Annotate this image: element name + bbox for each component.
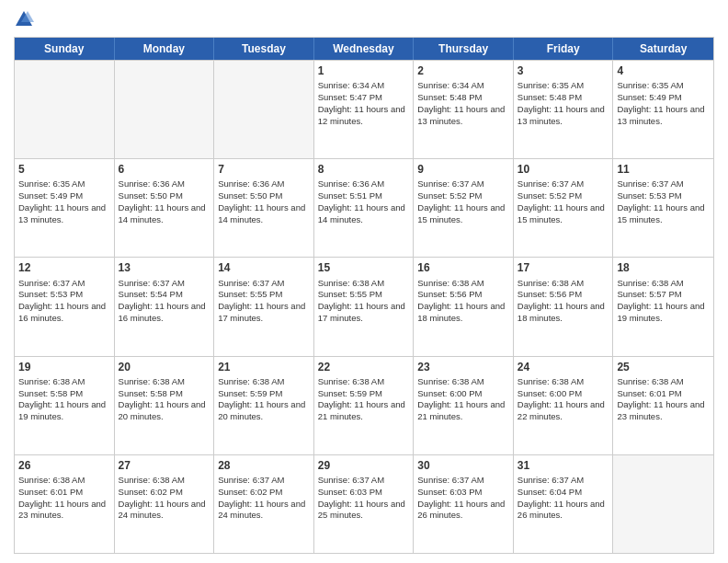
day-info: Sunrise: 6:38 AM Sunset: 5:59 PM Dayligh… [218, 376, 305, 421]
day-number: 20 [119, 360, 210, 374]
day-info: Sunrise: 6:37 AM Sunset: 5:55 PM Dayligh… [218, 278, 305, 323]
day-info: Sunrise: 6:38 AM Sunset: 5:59 PM Dayligh… [318, 376, 405, 421]
cal-cell: 2Sunrise: 6:34 AM Sunset: 5:48 PM Daylig… [414, 61, 514, 158]
cal-cell: 6Sunrise: 6:36 AM Sunset: 5:50 PM Daylig… [115, 159, 215, 257]
cal-cell: 17Sunrise: 6:38 AM Sunset: 5:56 PM Dayli… [514, 258, 614, 355]
calendar-body: 1Sunrise: 6:34 AM Sunset: 5:47 PM Daylig… [15, 60, 713, 553]
weekday-header-thursday: Thursday [414, 38, 514, 60]
cal-cell: 21Sunrise: 6:38 AM Sunset: 5:59 PM Dayli… [214, 357, 314, 454]
cal-cell: 24Sunrise: 6:38 AM Sunset: 6:00 PM Dayli… [514, 357, 614, 454]
logo-icon [14, 9, 34, 29]
day-info: Sunrise: 6:38 AM Sunset: 5:58 PM Dayligh… [119, 376, 206, 421]
day-info: Sunrise: 6:38 AM Sunset: 6:01 PM Dayligh… [18, 475, 106, 520]
day-number: 17 [518, 260, 609, 275]
day-info: Sunrise: 6:38 AM Sunset: 5:56 PM Dayligh… [417, 278, 505, 323]
day-number: 19 [18, 360, 110, 374]
page: SundayMondayTuesdayWednesdayThursdayFrid… [0, 0, 728, 563]
day-info: Sunrise: 6:35 AM Sunset: 5:49 PM Dayligh… [617, 80, 704, 125]
day-info: Sunrise: 6:38 AM Sunset: 6:01 PM Dayligh… [617, 376, 704, 421]
day-info: Sunrise: 6:34 AM Sunset: 5:47 PM Dayligh… [318, 80, 405, 125]
cal-cell [115, 61, 215, 158]
day-number: 8 [318, 162, 410, 177]
cal-cell: 23Sunrise: 6:38 AM Sunset: 6:00 PM Dayli… [414, 357, 514, 454]
cal-cell [613, 455, 713, 553]
day-number: 4 [617, 63, 710, 78]
cal-row-3: 19Sunrise: 6:38 AM Sunset: 5:58 PM Dayli… [15, 356, 713, 454]
cal-cell: 30Sunrise: 6:37 AM Sunset: 6:03 PM Dayli… [414, 455, 514, 553]
weekday-header-tuesday: Tuesday [214, 38, 314, 60]
cal-cell: 16Sunrise: 6:38 AM Sunset: 5:56 PM Dayli… [414, 258, 514, 355]
cal-cell: 31Sunrise: 6:37 AM Sunset: 6:04 PM Dayli… [514, 455, 614, 553]
day-number: 9 [417, 162, 509, 177]
day-number: 31 [518, 458, 609, 473]
day-info: Sunrise: 6:38 AM Sunset: 5:57 PM Dayligh… [617, 278, 704, 323]
day-number: 16 [417, 260, 509, 275]
day-info: Sunrise: 6:37 AM Sunset: 5:53 PM Dayligh… [617, 178, 704, 224]
day-number: 15 [318, 260, 410, 275]
weekday-header-wednesday: Wednesday [314, 38, 415, 60]
day-info: Sunrise: 6:37 AM Sunset: 5:54 PM Dayligh… [119, 278, 206, 323]
day-number: 30 [417, 458, 509, 473]
cal-cell: 12Sunrise: 6:37 AM Sunset: 5:53 PM Dayli… [15, 258, 115, 355]
cal-cell: 18Sunrise: 6:38 AM Sunset: 5:57 PM Dayli… [613, 258, 713, 355]
day-info: Sunrise: 6:36 AM Sunset: 5:50 PM Dayligh… [218, 178, 305, 224]
weekday-header-sunday: Sunday [15, 38, 115, 60]
day-number: 27 [119, 458, 210, 473]
day-number: 21 [218, 360, 310, 374]
day-number: 11 [617, 162, 710, 177]
cal-row-0: 1Sunrise: 6:34 AM Sunset: 5:47 PM Daylig… [15, 60, 713, 158]
day-info: Sunrise: 6:38 AM Sunset: 6:02 PM Dayligh… [119, 475, 206, 520]
cal-row-4: 26Sunrise: 6:38 AM Sunset: 6:01 PM Dayli… [15, 454, 713, 553]
cal-cell: 27Sunrise: 6:38 AM Sunset: 6:02 PM Dayli… [115, 455, 215, 553]
day-info: Sunrise: 6:38 AM Sunset: 5:58 PM Dayligh… [18, 376, 106, 421]
logo [14, 9, 38, 29]
cal-row-2: 12Sunrise: 6:37 AM Sunset: 5:53 PM Dayli… [15, 257, 713, 355]
cal-cell: 22Sunrise: 6:38 AM Sunset: 5:59 PM Dayli… [314, 357, 415, 454]
cal-cell: 9Sunrise: 6:37 AM Sunset: 5:52 PM Daylig… [414, 159, 514, 257]
weekday-header-monday: Monday [115, 38, 215, 60]
day-number: 10 [518, 162, 609, 177]
weekday-header-saturday: Saturday [613, 38, 713, 60]
day-number: 14 [218, 260, 310, 275]
cal-cell: 5Sunrise: 6:35 AM Sunset: 5:49 PM Daylig… [15, 159, 115, 257]
cal-cell: 28Sunrise: 6:37 AM Sunset: 6:02 PM Dayli… [214, 455, 314, 553]
day-info: Sunrise: 6:37 AM Sunset: 6:03 PM Dayligh… [417, 475, 505, 520]
cal-cell: 15Sunrise: 6:38 AM Sunset: 5:55 PM Dayli… [314, 258, 415, 355]
cal-cell: 13Sunrise: 6:37 AM Sunset: 5:54 PM Dayli… [115, 258, 215, 355]
day-number: 24 [518, 360, 609, 374]
day-number: 23 [417, 360, 509, 374]
day-info: Sunrise: 6:36 AM Sunset: 5:51 PM Dayligh… [318, 178, 405, 224]
day-number: 7 [218, 162, 310, 177]
day-info: Sunrise: 6:35 AM Sunset: 5:48 PM Dayligh… [518, 80, 605, 125]
day-info: Sunrise: 6:38 AM Sunset: 5:56 PM Dayligh… [518, 278, 605, 323]
day-number: 13 [119, 260, 210, 275]
cal-cell: 3Sunrise: 6:35 AM Sunset: 5:48 PM Daylig… [514, 61, 614, 158]
cal-row-1: 5Sunrise: 6:35 AM Sunset: 5:49 PM Daylig… [15, 158, 713, 257]
day-number: 22 [318, 360, 410, 374]
day-number: 25 [617, 360, 710, 374]
day-info: Sunrise: 6:38 AM Sunset: 6:00 PM Dayligh… [417, 376, 505, 421]
cal-cell: 14Sunrise: 6:37 AM Sunset: 5:55 PM Dayli… [214, 258, 314, 355]
day-number: 2 [417, 63, 509, 78]
day-info: Sunrise: 6:35 AM Sunset: 5:49 PM Dayligh… [18, 178, 106, 224]
day-info: Sunrise: 6:36 AM Sunset: 5:50 PM Dayligh… [119, 178, 206, 224]
cal-cell: 20Sunrise: 6:38 AM Sunset: 5:58 PM Dayli… [115, 357, 215, 454]
day-info: Sunrise: 6:37 AM Sunset: 6:04 PM Dayligh… [518, 475, 605, 520]
day-number: 5 [18, 162, 110, 177]
day-info: Sunrise: 6:38 AM Sunset: 6:00 PM Dayligh… [518, 376, 605, 421]
cal-cell: 19Sunrise: 6:38 AM Sunset: 5:58 PM Dayli… [15, 357, 115, 454]
day-info: Sunrise: 6:37 AM Sunset: 5:53 PM Dayligh… [18, 278, 106, 323]
day-info: Sunrise: 6:37 AM Sunset: 5:52 PM Dayligh… [417, 178, 505, 224]
calendar: SundayMondayTuesdayWednesdayThursdayFrid… [14, 37, 714, 554]
day-info: Sunrise: 6:34 AM Sunset: 5:48 PM Dayligh… [417, 80, 505, 125]
cal-cell [15, 61, 115, 158]
day-info: Sunrise: 6:38 AM Sunset: 5:55 PM Dayligh… [318, 278, 405, 323]
day-number: 29 [318, 458, 410, 473]
cal-cell: 10Sunrise: 6:37 AM Sunset: 5:52 PM Dayli… [514, 159, 614, 257]
day-number: 18 [617, 260, 710, 275]
day-number: 6 [119, 162, 210, 177]
day-number: 3 [518, 63, 609, 78]
cal-cell: 4Sunrise: 6:35 AM Sunset: 5:49 PM Daylig… [613, 61, 713, 158]
cal-cell: 29Sunrise: 6:37 AM Sunset: 6:03 PM Dayli… [314, 455, 415, 553]
weekday-header-friday: Friday [514, 38, 614, 60]
